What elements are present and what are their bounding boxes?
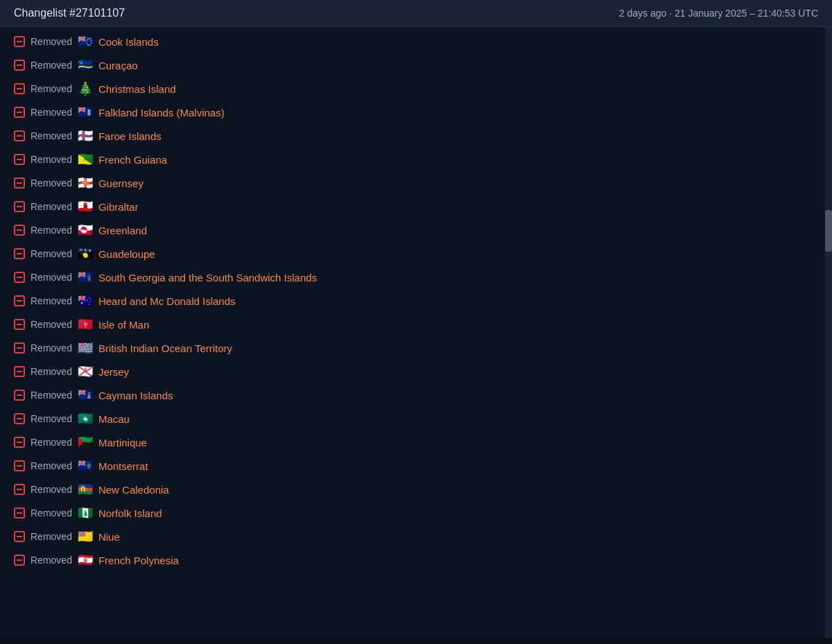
remove-icon [14,507,25,519]
remove-icon [14,248,25,259]
country-name: Heard and Mc Donald Islands [98,295,236,307]
list-item: Removed🇵🇫French Polynesia [7,548,818,572]
country-name: French Polynesia [98,555,179,566]
flag-icon: 🇬🇫 [78,152,93,167]
country-name: Isle of Man [98,319,149,331]
flag-icon: 🇵🇫 [78,552,93,568]
list-item: Removed🇲🇸Montserrat [7,454,818,478]
country-name: Niue [98,531,120,543]
header: Changelist #27101107 2 days ago · 21 Jan… [0,0,832,27]
country-name: Greenland [98,225,147,236]
changelist-title: Changelist #27101107 [14,7,125,19]
content-area: Removed🇨🇰Cook IslandsRemoved🇨🇼CuraçaoRem… [0,27,832,638]
country-name: Curaçao [98,60,138,71]
list-item: Removed🇳🇨New Caledonia [7,478,818,501]
removed-label: Removed [31,390,72,401]
list-item: Removed🇲🇴Macau [7,407,818,430]
country-name: Falkland Islands (Malvinas) [98,107,225,119]
flag-icon: 🇬🇮 [78,199,93,214]
flag-icon: 🇯🇪 [78,364,93,379]
list-item: Removed🇫🇴Faroe Islands [7,124,818,148]
removed-label: Removed [31,36,72,47]
remove-icon [14,272,25,283]
country-name: Jersey [98,366,129,378]
list-item: Removed🇳🇺Niue [7,525,818,548]
flag-icon: 🇭🇲 [78,293,93,308]
list-item: Removed🇬🇮Gibraltar [7,195,818,218]
flag-icon: 🇳🇺 [78,529,93,544]
list-item: Removed🇬🇬Guernsey [7,171,818,195]
removed-label: Removed [31,272,72,283]
list-item: Removed🇯🇪Jersey [7,360,818,383]
removed-label: Removed [31,460,72,471]
removed-items-list: Removed🇨🇰Cook IslandsRemoved🇨🇼CuraçaoRem… [0,30,832,572]
removed-label: Removed [31,107,72,118]
country-name: Martinique [98,437,147,449]
list-item: Removed🇨🇰Cook Islands [7,30,818,53]
removed-label: Removed [31,531,72,542]
list-item: Removed🇮🇲Isle of Man [7,313,818,336]
scrollbar[interactable] [825,27,832,638]
flag-icon: 🇮🇲 [78,317,93,332]
remove-icon [14,437,25,448]
changelist-date: 2 days ago · 21 January 2025 – 21:40:53 … [619,8,818,19]
flag-icon: 🇲🇶 [78,435,93,450]
remove-icon [14,413,25,424]
country-name: South Georgia and the South Sandwich Isl… [98,272,317,284]
country-name: British Indian Ocean Territory [98,342,232,354]
remove-icon [14,177,25,189]
removed-label: Removed [31,319,72,330]
country-name: French Guiana [98,154,167,166]
country-name: Christmas Island [98,83,176,95]
removed-label: Removed [31,366,72,377]
list-item: Removed🎄Christmas Island [7,77,818,101]
remove-icon [14,484,25,495]
removed-label: Removed [31,201,72,212]
remove-icon [14,60,25,71]
remove-icon [14,460,25,471]
list-item: Removed🇨🇼Curaçao [7,53,818,77]
list-item: Removed🇰🇾Cayman Islands [7,383,818,407]
flag-icon: 🇬🇬 [78,175,93,191]
country-name: New Caledonia [98,484,169,496]
country-name: Guadeloupe [98,248,155,260]
remove-icon [14,130,25,141]
removed-label: Removed [31,555,72,566]
remove-icon [14,390,25,401]
removed-label: Removed [31,342,72,354]
remove-icon [14,201,25,212]
flag-icon: 🎄 [78,81,93,96]
list-item: Removed🇭🇲Heard and Mc Donald Islands [7,289,818,313]
remove-icon [14,83,25,94]
removed-label: Removed [31,248,72,259]
removed-label: Removed [31,437,72,448]
remove-icon [14,366,25,377]
remove-icon [14,555,25,566]
country-name: Faroe Islands [98,130,162,142]
country-name: Montserrat [98,460,148,472]
scrollbar-thumb[interactable] [825,210,832,252]
list-item: Removed🇬🇱Greenland [7,218,818,242]
remove-icon [14,225,25,236]
country-name: Gibraltar [98,201,139,213]
country-name: Macau [98,413,130,425]
removed-label: Removed [31,130,72,141]
remove-icon [14,295,25,306]
flag-icon: 🇬🇵 [78,246,93,261]
flag-icon: 🇳🇨 [78,482,93,497]
flag-icon: 🇨🇰 [78,34,93,49]
removed-label: Removed [31,154,72,165]
flag-icon: 🇨🇼 [78,58,93,73]
flag-icon: 🇬🇱 [78,223,93,238]
flag-icon: 🇰🇾 [78,388,93,403]
flag-icon: 🇲🇴 [78,411,93,426]
flag-icon: 🇲🇸 [78,458,93,473]
country-name: Cook Islands [98,36,159,48]
remove-icon [14,36,25,47]
remove-icon [14,107,25,118]
removed-label: Removed [31,507,72,519]
country-name: Norfolk Island [98,507,162,519]
removed-label: Removed [31,484,72,495]
list-item: Removed🇳🇫Norfolk Island [7,501,818,525]
removed-label: Removed [31,413,72,424]
